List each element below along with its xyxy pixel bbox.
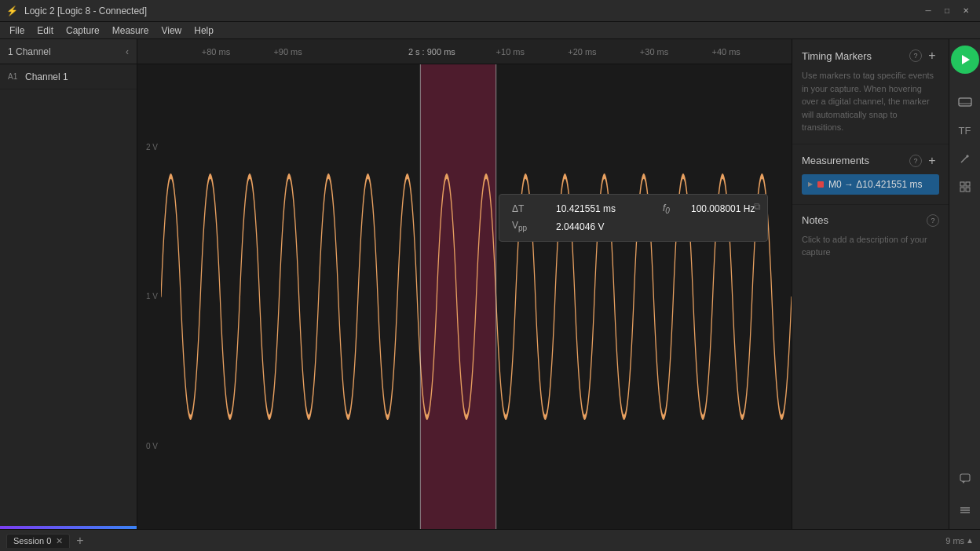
svg-marker-13: [962, 481, 965, 483]
y-label-1v: 1 V: [137, 292, 161, 301]
grid-icon: [960, 181, 971, 192]
measurements-header: Measurements ? +: [802, 154, 939, 168]
time-label-40ms: +40 ms: [711, 47, 740, 57]
timing-markers-actions: ? +: [909, 49, 939, 63]
tooltip-val-delta-t: 10.421551 ms: [556, 203, 650, 214]
waveform-area[interactable]: 2 s : 900 ms +80 ms +90 ms +10 ms +20 ms…: [137, 39, 792, 529]
time-label-30ms: +30 ms: [640, 47, 668, 57]
timing-markers-header: Timing Markers ? +: [802, 49, 939, 63]
notes-placeholder[interactable]: Click to add a description of your captu…: [802, 233, 939, 259]
tooltip-val-vpp: 2.044046 V: [556, 221, 650, 232]
timing-markers-title: Timing Markers: [802, 50, 872, 62]
channel-name: Channel 1: [25, 71, 68, 82]
tooltip-key-f0: f0: [663, 203, 678, 215]
waveform-canvas[interactable]: 2 V 1 V 0 V ⧉ ΔT 10.421551 ms: [137, 64, 792, 529]
menu-capture[interactable]: Capture: [60, 24, 106, 38]
notes-help-icon[interactable]: ?: [927, 214, 939, 227]
menubar: File Edit Capture Measure View Help: [0, 22, 980, 39]
notes-header: Notes ?: [802, 214, 939, 227]
tooltip-val-f0: 100.008001 Hz: [691, 203, 755, 214]
tooltip-row-delta-t: ΔT 10.421551 ms f0 100.008001 Hz: [512, 203, 755, 215]
session-tab[interactable]: Session 0 ✕: [6, 534, 70, 548]
waveform-svg: [161, 64, 792, 529]
session-close-button[interactable]: ✕: [56, 536, 63, 546]
time-label-10ms: +10 ms: [496, 47, 525, 57]
svg-rect-10: [960, 188, 964, 192]
annotate-icon: [960, 153, 971, 164]
svg-rect-9: [966, 182, 970, 186]
channel-item-a1[interactable]: A1 Channel 1: [0, 64, 137, 89]
titlebar-title: Logic 2 [Logic 8 - Connected]: [24, 5, 914, 16]
measurement-dot: [817, 181, 824, 188]
measurements-section: Measurements ? + ▶ M0 → Δ10.421551 ms: [792, 144, 949, 205]
svg-rect-4: [959, 98, 971, 106]
chat-icon: [960, 473, 971, 484]
measurement-row-m0[interactable]: ▶ M0 → Δ10.421551 ms: [802, 174, 939, 195]
display-button[interactable]: [953, 89, 978, 115]
minimize-button[interactable]: ─: [920, 3, 936, 19]
measurements-add-button[interactable]: +: [925, 154, 939, 168]
far-right-toolbar: TF: [949, 39, 980, 529]
play-button[interactable]: [951, 46, 979, 74]
zoom-chevron-icon[interactable]: ▲: [966, 536, 974, 545]
zoom-level: 9 ms: [945, 536, 964, 546]
svg-rect-11: [966, 188, 970, 192]
svg-rect-0: [420, 64, 495, 529]
measurements-actions: ? +: [909, 154, 939, 168]
hamburger-button[interactable]: [953, 498, 978, 523]
channels-collapse-icon[interactable]: ‹: [126, 46, 129, 57]
annotate-button[interactable]: [953, 146, 978, 171]
svg-rect-12: [960, 474, 970, 481]
app-icon: ⚡: [6, 5, 18, 16]
tooltip-row-vpp: Vpp 2.044046 V: [512, 220, 755, 232]
timing-markers-desc: Use markers to tag specific events in yo…: [802, 69, 939, 134]
time-ruler: 2 s : 900 ms +80 ms +90 ms +10 ms +20 ms…: [137, 39, 792, 64]
copy-icon[interactable]: ⧉: [754, 201, 761, 212]
bottom-right: 9 ms ▲: [945, 536, 974, 546]
channels-header-title: 1 Channel: [8, 46, 51, 57]
right-panel: Timing Markers ? + Use markers to tag sp…: [792, 39, 949, 529]
play-icon: [960, 54, 971, 65]
svg-line-6: [961, 156, 967, 162]
trigger-button[interactable]: TF: [953, 118, 978, 143]
display-icon: [958, 97, 972, 107]
grid-button[interactable]: [953, 174, 978, 199]
bottom-bar: Session 0 ✕ + 9 ms ▲: [0, 529, 980, 551]
hamburger-icon: [960, 506, 971, 514]
svg-marker-3: [962, 55, 970, 64]
notes-title: Notes: [802, 214, 828, 226]
time-label-20ms: +20 ms: [568, 47, 596, 57]
close-button[interactable]: ✕: [958, 3, 974, 19]
tooltip-key-vpp: Vpp: [512, 220, 543, 232]
session-label: Session 0: [13, 536, 51, 546]
menu-edit[interactable]: Edit: [31, 24, 60, 38]
menu-help[interactable]: Help: [188, 24, 220, 38]
y-axis: 2 V 1 V 0 V: [137, 64, 161, 529]
add-session-button[interactable]: +: [73, 534, 86, 548]
timing-markers-help-icon[interactable]: ?: [909, 49, 922, 62]
measurements-help-icon[interactable]: ?: [909, 155, 922, 167]
trigger-icon: TF: [959, 125, 971, 137]
time-label-80ms: +80 ms: [202, 47, 230, 57]
time-label-90ms: +90 ms: [273, 47, 302, 57]
chat-button[interactable]: [953, 466, 978, 491]
main-layout: 1 Channel ‹ A1 Channel 1 2 s : 900 ms +8…: [0, 39, 980, 529]
tooltip-key-delta-t: ΔT: [512, 203, 543, 214]
channels-sidebar: 1 Channel ‹ A1 Channel 1: [0, 39, 137, 529]
channels-header: 1 Channel ‹: [0, 39, 137, 64]
measurement-expand-icon: ▶: [808, 181, 813, 188]
timing-markers-section: Timing Markers ? + Use markers to tag sp…: [792, 39, 949, 144]
timing-markers-add-button[interactable]: +: [925, 49, 939, 63]
menu-view[interactable]: View: [155, 24, 188, 38]
menu-measure[interactable]: Measure: [106, 24, 155, 38]
channel-badge: A1: [8, 72, 20, 81]
maximize-button[interactable]: □: [939, 3, 955, 19]
y-label-0v: 0 V: [137, 442, 161, 451]
notes-section: Notes ? Click to add a description of yo…: [792, 205, 949, 530]
measurements-title: Measurements: [802, 155, 869, 166]
channel-color-bar: [0, 526, 137, 529]
svg-rect-8: [960, 182, 964, 186]
menu-file[interactable]: File: [3, 24, 31, 38]
y-label-2v: 2 V: [137, 143, 161, 151]
measurement-tooltip: ⧉ ΔT 10.421551 ms f0 100.008001 Hz Vpp 2…: [499, 194, 768, 242]
